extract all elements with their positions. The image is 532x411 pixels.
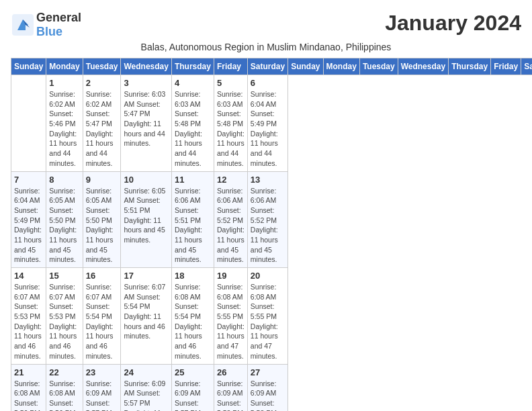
day-info: Sunrise: 6:05 AM Sunset: 5:51 PM Dayligh…: [124, 186, 168, 245]
day-info: Sunrise: 6:08 AM Sunset: 5:56 PM Dayligh…: [49, 379, 79, 412]
day-number: 18: [175, 271, 211, 281]
day-number: 6: [251, 78, 285, 88]
calendar-cell: 22Sunrise: 6:08 AM Sunset: 5:56 PM Dayli…: [46, 364, 83, 411]
day-info: Sunrise: 6:07 AM Sunset: 5:54 PM Dayligh…: [86, 282, 118, 361]
day-number: 10: [124, 175, 168, 185]
day-info: Sunrise: 6:04 AM Sunset: 5:49 PM Dayligh…: [14, 186, 43, 265]
calendar-cell: 20Sunrise: 6:08 AM Sunset: 5:55 PM Dayli…: [247, 268, 287, 365]
logo: General Blue: [11, 11, 81, 39]
day-info: Sunrise: 6:09 AM Sunset: 5:57 PM Dayligh…: [175, 379, 211, 412]
logo-text: General Blue: [36, 11, 81, 39]
calendar-week-1: 1Sunrise: 6:02 AM Sunset: 5:46 PM Daylig…: [11, 75, 533, 172]
day-number: 19: [217, 271, 245, 281]
day-info: Sunrise: 6:09 AM Sunset: 5:57 PM Dayligh…: [124, 379, 168, 412]
day-number: 1: [49, 78, 79, 88]
header-sunday: Sunday: [288, 58, 323, 75]
calendar-week-4: 21Sunrise: 6:08 AM Sunset: 5:56 PM Dayli…: [11, 364, 533, 411]
header-wednesday: Wednesday: [121, 58, 171, 75]
day-number: 15: [49, 271, 79, 281]
day-number: 12: [217, 175, 245, 185]
day-number: 7: [14, 175, 43, 185]
day-info: Sunrise: 6:06 AM Sunset: 5:52 PM Dayligh…: [251, 186, 285, 265]
calendar-cell: 23Sunrise: 6:09 AM Sunset: 5:57 PM Dayli…: [83, 364, 121, 411]
calendar-cell: 25Sunrise: 6:09 AM Sunset: 5:57 PM Dayli…: [171, 364, 214, 411]
day-number: 20: [251, 271, 285, 281]
calendar-week-3: 14Sunrise: 6:07 AM Sunset: 5:53 PM Dayli…: [11, 268, 533, 365]
day-number: 5: [217, 78, 245, 88]
calendar-cell: 18Sunrise: 6:08 AM Sunset: 5:54 PM Dayli…: [171, 268, 214, 365]
day-number: 27: [251, 367, 285, 377]
day-info: Sunrise: 6:03 AM Sunset: 5:48 PM Dayligh…: [217, 89, 245, 169]
day-number: 21: [14, 367, 43, 377]
calendar-cell: 15Sunrise: 6:07 AM Sunset: 5:53 PM Dayli…: [46, 268, 83, 365]
header-thursday: Thursday: [449, 58, 491, 75]
calendar-header-row: SundayMondayTuesdayWednesdayThursdayFrid…: [11, 58, 533, 75]
calendar-cell: [11, 75, 46, 172]
day-number: 9: [86, 175, 118, 185]
day-number: 11: [175, 175, 211, 185]
calendar-cell: 19Sunrise: 6:08 AM Sunset: 5:55 PM Dayli…: [214, 268, 247, 365]
calendar-subtitle: Balas, Autonomous Region in Muslim Minda…: [11, 42, 521, 52]
day-info: Sunrise: 6:07 AM Sunset: 5:53 PM Dayligh…: [14, 282, 43, 361]
day-info: Sunrise: 6:03 AM Sunset: 5:48 PM Dayligh…: [175, 89, 211, 169]
calendar-cell: 2Sunrise: 6:02 AM Sunset: 5:47 PM Daylig…: [83, 75, 121, 172]
header-tuesday: Tuesday: [359, 58, 398, 75]
day-number: 17: [124, 271, 168, 281]
header-friday: Friday: [214, 58, 247, 75]
day-info: Sunrise: 6:09 AM Sunset: 5:58 PM Dayligh…: [251, 379, 285, 412]
page-header: General Blue January 2024: [11, 11, 521, 39]
calendar-week-2: 7Sunrise: 6:04 AM Sunset: 5:49 PM Daylig…: [11, 171, 533, 268]
day-info: Sunrise: 6:03 AM Sunset: 5:47 PM Dayligh…: [124, 89, 168, 148]
day-number: 14: [14, 271, 43, 281]
calendar-cell: 14Sunrise: 6:07 AM Sunset: 5:53 PM Dayli…: [11, 268, 46, 365]
calendar-cell: 21Sunrise: 6:08 AM Sunset: 5:56 PM Dayli…: [11, 364, 46, 411]
day-info: Sunrise: 6:07 AM Sunset: 5:54 PM Dayligh…: [124, 282, 168, 341]
day-number: 13: [251, 175, 285, 185]
day-info: Sunrise: 6:08 AM Sunset: 5:56 PM Dayligh…: [14, 379, 43, 412]
calendar-cell: 4Sunrise: 6:03 AM Sunset: 5:48 PM Daylig…: [171, 75, 214, 172]
header-wednesday: Wednesday: [398, 58, 448, 75]
header-thursday: Thursday: [171, 58, 214, 75]
header-monday: Monday: [46, 58, 83, 75]
day-number: 16: [86, 271, 118, 281]
calendar-cell: 11Sunrise: 6:06 AM Sunset: 5:51 PM Dayli…: [171, 171, 214, 268]
day-info: Sunrise: 6:04 AM Sunset: 5:49 PM Dayligh…: [251, 89, 285, 169]
day-info: Sunrise: 6:06 AM Sunset: 5:51 PM Dayligh…: [175, 186, 211, 265]
logo-blue: Blue: [36, 25, 81, 39]
calendar-cell: 16Sunrise: 6:07 AM Sunset: 5:54 PM Dayli…: [83, 268, 121, 365]
logo-icon: [11, 13, 35, 37]
day-number: 25: [175, 367, 211, 377]
day-info: Sunrise: 6:08 AM Sunset: 5:55 PM Dayligh…: [217, 282, 245, 361]
header-tuesday: Tuesday: [83, 58, 121, 75]
day-info: Sunrise: 6:06 AM Sunset: 5:52 PM Dayligh…: [217, 186, 245, 265]
calendar-cell: 12Sunrise: 6:06 AM Sunset: 5:52 PM Dayli…: [214, 171, 247, 268]
calendar-table: SundayMondayTuesdayWednesdayThursdayFrid…: [11, 58, 532, 411]
calendar-cell: 6Sunrise: 6:04 AM Sunset: 5:49 PM Daylig…: [247, 75, 287, 172]
calendar-cell: 17Sunrise: 6:07 AM Sunset: 5:54 PM Dayli…: [121, 268, 171, 365]
calendar-cell: 9Sunrise: 6:05 AM Sunset: 5:50 PM Daylig…: [83, 171, 121, 268]
header-monday: Monday: [323, 58, 359, 75]
calendar-cell: 24Sunrise: 6:09 AM Sunset: 5:57 PM Dayli…: [121, 364, 171, 411]
day-number: 26: [217, 367, 245, 377]
day-info: Sunrise: 6:09 AM Sunset: 5:57 PM Dayligh…: [86, 379, 118, 412]
day-info: Sunrise: 6:08 AM Sunset: 5:55 PM Dayligh…: [251, 282, 285, 361]
header-saturday: Saturday: [521, 58, 532, 75]
calendar-cell: 5Sunrise: 6:03 AM Sunset: 5:48 PM Daylig…: [214, 75, 247, 172]
day-number: 23: [86, 367, 118, 377]
month-title: January 2024: [385, 11, 521, 36]
calendar-cell: 1Sunrise: 6:02 AM Sunset: 5:46 PM Daylig…: [46, 75, 83, 172]
header-sunday: Sunday: [11, 58, 46, 75]
calendar-cell: 27Sunrise: 6:09 AM Sunset: 5:58 PM Dayli…: [247, 364, 287, 411]
day-number: 24: [124, 367, 168, 377]
day-info: Sunrise: 6:09 AM Sunset: 5:58 PM Dayligh…: [217, 379, 245, 412]
calendar-cell: 26Sunrise: 6:09 AM Sunset: 5:58 PM Dayli…: [214, 364, 247, 411]
day-number: 3: [124, 78, 168, 88]
day-info: Sunrise: 6:02 AM Sunset: 5:47 PM Dayligh…: [86, 89, 118, 169]
header-saturday: Saturday: [247, 58, 287, 75]
day-info: Sunrise: 6:07 AM Sunset: 5:53 PM Dayligh…: [49, 282, 79, 361]
calendar-cell: 10Sunrise: 6:05 AM Sunset: 5:51 PM Dayli…: [121, 171, 171, 268]
day-number: 2: [86, 78, 118, 88]
day-number: 22: [49, 367, 79, 377]
day-info: Sunrise: 6:08 AM Sunset: 5:54 PM Dayligh…: [175, 282, 211, 361]
header-friday: Friday: [491, 58, 521, 75]
